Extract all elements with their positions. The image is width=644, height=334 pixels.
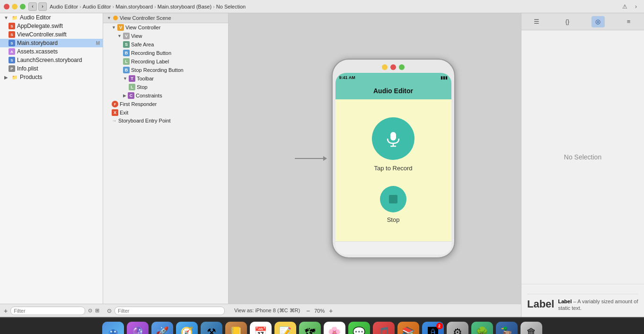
main-storyboard-label: Main.storyboard — [17, 40, 94, 46]
dock-contacts[interactable]: 📒 — [225, 322, 247, 334]
sidebar-item-infoplist[interactable]: P Info.plist — [0, 64, 103, 73]
record-circle-button[interactable] — [372, 117, 415, 160]
scene-disclosure[interactable]: ▼ — [107, 16, 111, 20]
dock-launchpad[interactable]: 🚀 — [151, 322, 173, 334]
calendar-icon: 📅 — [254, 326, 267, 334]
scene-dot — [113, 16, 118, 20]
tab-attributes-inspector[interactable]: ≡ — [622, 16, 635, 27]
back-button[interactable]: ‹ — [28, 2, 37, 11]
recording-button-badge: B — [123, 50, 130, 56]
launchpad-icon: 🚀 — [156, 326, 168, 334]
dock-finder[interactable] — [102, 322, 124, 334]
tab-file-inspector[interactable]: ☰ — [530, 16, 543, 27]
sidebar-item-launchscreen[interactable]: S LaunchScreen.storyboard — [0, 56, 103, 64]
dock-siri[interactable]: 🔮 — [127, 322, 149, 334]
warning-icon[interactable]: ⚠ — [620, 2, 629, 11]
phone-tl-red — [390, 64, 396, 70]
xcode-icon: ⚒ — [207, 326, 216, 334]
dock-gitduck[interactable]: 🦆 — [496, 322, 518, 334]
appstore-badge: 2 — [436, 323, 443, 329]
forward-nav-icon[interactable]: › — [632, 2, 640, 11]
entry-arrow-group — [295, 156, 327, 161]
view-disclosure: ▼ — [117, 34, 122, 38]
sidebar-item-main-storyboard[interactable]: S Main.storyboard M — [0, 39, 103, 47]
breadcrumb-item-4[interactable]: Main.storyboard (Base) — [158, 4, 212, 9]
dock-maps[interactable]: 🗺 — [299, 322, 321, 334]
tree-item-stop-recording-button[interactable]: B Stop Recording Button — [103, 66, 228, 74]
dock-xcode[interactable]: ⚒ — [201, 322, 222, 334]
dock-books[interactable]: 📚 — [397, 322, 419, 334]
sidebar-item-viewcontroller[interactable]: S ViewController.swift — [0, 30, 103, 39]
tab-quick-help[interactable]: {} — [561, 16, 574, 27]
breadcrumb-sep-2: › — [113, 4, 115, 9]
dock-messages[interactable]: 💬 — [348, 322, 370, 334]
sidebar-item-assets[interactable]: A Assets.xcassets — [0, 47, 103, 56]
tree-item-toolbar[interactable]: ▼ T Toolbar — [103, 74, 228, 83]
phone-content: Tap to Record Stop — [335, 99, 451, 241]
vc-type-badge: V — [117, 24, 124, 31]
tree-item-first-responder[interactable]: F First Responder — [103, 100, 228, 108]
tree-item-recording-button[interactable]: B Recording Button — [103, 49, 228, 57]
tree-item-view[interactable]: ▼ V View — [103, 32, 228, 40]
dock-appstore[interactable]: 🅰 2 — [422, 322, 444, 334]
dock-music[interactable]: 🎵 — [373, 322, 395, 334]
dock-sourcetree[interactable]: 🌳 — [471, 322, 493, 334]
mic-icon — [384, 129, 403, 148]
breadcrumb: Audio Editor › Audio Editor › Main.story… — [50, 4, 246, 9]
sidebar-item-appdelegate[interactable]: S AppDelegate.swift — [0, 22, 103, 30]
dock-systemprefs[interactable]: ⚙ — [447, 322, 468, 334]
books-icon: 📚 — [402, 326, 415, 334]
tree-item-stop[interactable]: L Stop — [103, 83, 228, 91]
sidebar-settings-icon[interactable]: ⊞ — [95, 308, 99, 314]
scene-header: ▼ View Controller Scene — [103, 13, 228, 23]
stop-square-icon — [389, 195, 397, 203]
constraints-badge: C — [128, 92, 134, 99]
zoom-controls: − 70% + — [304, 307, 335, 315]
dock-safari[interactable]: 🧭 — [176, 322, 198, 334]
add-file-icon[interactable]: + — [4, 307, 8, 315]
phone-tl-yellow — [382, 64, 388, 70]
sidebar-item-audio-editor-group[interactable]: ▼ 📁 Audio Editor — [0, 13, 103, 22]
tree-item-exit[interactable]: X Exit — [103, 108, 228, 117]
no-selection-text: No Selection — [564, 153, 601, 161]
stop-recording-badge: B — [123, 67, 130, 73]
stop-badge: L — [129, 84, 135, 90]
close-button[interactable] — [4, 4, 9, 9]
breadcrumb-item-1[interactable]: Audio Editor — [50, 4, 78, 9]
dock-trash[interactable]: 🗑 — [520, 322, 542, 334]
tree-item-constraints[interactable]: ▶ C Constraints — [103, 91, 228, 100]
phone-nav-title: Audio Editor — [373, 87, 413, 95]
sidebar-item-products[interactable]: ▶ 📁 Products — [0, 73, 103, 81]
breadcrumb-item-3[interactable]: Main.storyboard — [115, 4, 153, 9]
tree-item-view-controller[interactable]: ▼ V View Controller — [103, 23, 228, 32]
view-as-label: View as: iPhone 8 (⌘C ⌘R) — [234, 308, 300, 314]
stop-circle-button[interactable] — [380, 186, 406, 212]
maximize-button[interactable] — [20, 4, 26, 9]
folder-icon: 📁 — [11, 14, 18, 21]
tree-item-storyboard-entry-point[interactable]: → Storyboard Entry Point — [103, 117, 228, 124]
dock-notes[interactable]: 📝 — [274, 322, 296, 334]
file-navigator: ▼ 📁 Audio Editor S AppDelegate.swift S V… — [0, 13, 103, 317]
zoom-out-button[interactable]: − — [304, 307, 312, 315]
storyboard-filter-input[interactable] — [115, 307, 225, 315]
dock-photos[interactable]: 🌸 — [324, 322, 345, 334]
canvas-content: 9:41 AM ▮▮▮ Audio Editor — [295, 59, 455, 258]
dock-calendar[interactable]: 📅 — [250, 322, 272, 334]
tree-item-recording-label[interactable]: L Recording Label — [103, 57, 228, 66]
label-separator: – — [573, 299, 578, 304]
view-label: View — [131, 33, 142, 39]
recording-button-label: Recording Button — [131, 50, 171, 56]
tree-item-safe-area[interactable]: S Safe Area — [103, 40, 228, 49]
sidebar-filter-input[interactable] — [10, 307, 85, 315]
forward-button[interactable]: › — [38, 2, 47, 11]
label-description-row: Label Label – A variably sized amount of… — [527, 298, 638, 311]
photos-icon: 🌸 — [328, 326, 341, 334]
canvas-scroll[interactable]: 9:41 AM ▮▮▮ Audio Editor — [229, 13, 521, 304]
tap-to-record-label: Tap to Record — [374, 165, 413, 172]
storyboard-file-icon-2: S — [9, 57, 15, 63]
top-bar-right: ⚠ › — [620, 2, 640, 11]
breadcrumb-item-2[interactable]: Audio Editor — [83, 4, 111, 9]
zoom-in-button[interactable]: + — [326, 307, 335, 315]
tab-identity-inspector[interactable]: ◎ — [591, 16, 605, 27]
minimize-button[interactable] — [12, 4, 18, 9]
